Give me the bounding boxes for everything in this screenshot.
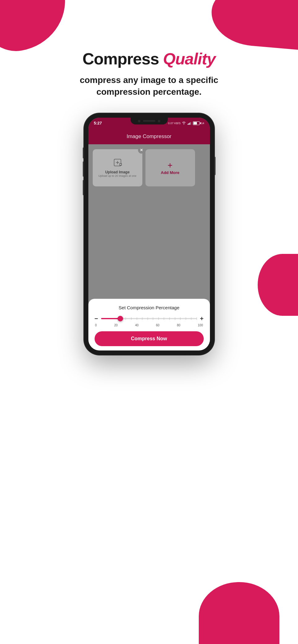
svg-rect-8 xyxy=(189,123,189,125)
status-time: 5:27 xyxy=(94,121,102,125)
slider-labels: 0 20 40 60 80 100 xyxy=(95,324,204,327)
upload-icon xyxy=(113,158,122,169)
phone-notch xyxy=(131,118,168,124)
slider-track xyxy=(101,318,197,319)
volume-up-button xyxy=(83,161,84,177)
slider-minus-icon[interactable]: − xyxy=(95,315,98,322)
add-more-plus-icon: + xyxy=(167,160,172,170)
page-content: Compress Quality compress any image to a… xyxy=(0,0,298,355)
volume-down-button xyxy=(83,180,84,195)
network-speed: 0.07 KB/S xyxy=(168,122,181,125)
status-icons: 0.07 KB/S xyxy=(168,121,204,125)
upload-card[interactable]: ✕ Upload xyxy=(93,149,142,186)
title-plain: Compress xyxy=(82,50,159,68)
slider-plus-icon[interactable]: + xyxy=(200,315,204,322)
close-badge[interactable]: ✕ xyxy=(138,147,145,154)
page-subtitle: compress any image to a specific compres… xyxy=(53,74,245,98)
app-bar: Image Compressor xyxy=(88,129,210,144)
camera-dot xyxy=(138,120,140,122)
blob-bottom-right xyxy=(199,582,279,644)
slider-track-container[interactable] xyxy=(101,315,197,322)
page-title: Compress Quality xyxy=(82,50,216,68)
power-button xyxy=(214,157,216,175)
upload-label: Upload Image xyxy=(105,170,130,174)
svg-rect-7 xyxy=(188,124,188,125)
signal-icon xyxy=(187,122,192,125)
slider-label-40: 40 xyxy=(135,324,139,327)
phone-outer: 5:27 0.07 KB/S xyxy=(84,113,214,355)
screen-body: ✕ Upload xyxy=(88,144,210,350)
slider-label-60: 60 xyxy=(156,324,159,327)
sheet-title: Set Compression Percentage xyxy=(95,305,204,310)
battery-icon xyxy=(193,121,200,125)
battery-level: 14 xyxy=(201,122,204,125)
upload-row: ✕ Upload xyxy=(88,144,210,189)
mute-button xyxy=(83,147,84,159)
slider-ticks xyxy=(120,318,197,319)
slider-row: − xyxy=(95,315,204,322)
upload-sublabel: Upload up to 20 images at one xyxy=(96,174,138,177)
slider-label-80: 80 xyxy=(177,324,180,327)
svg-rect-10 xyxy=(190,122,191,125)
phone-screen: 5:27 0.07 KB/S xyxy=(88,118,210,350)
slider-thumb[interactable] xyxy=(118,316,123,321)
slider-label-100: 100 xyxy=(198,324,203,327)
slider-label-0: 0 xyxy=(95,324,97,327)
battery-fill xyxy=(193,122,197,124)
svg-rect-9 xyxy=(189,123,190,125)
title-accent: Quality xyxy=(163,50,216,68)
speaker-grille xyxy=(143,120,155,122)
phone-mockup: 5:27 0.07 KB/S xyxy=(84,113,214,355)
compress-now-button[interactable]: Compress Now xyxy=(95,331,204,346)
app-bar-title: Image Compressor xyxy=(127,133,171,140)
bottom-sheet: Set Compression Percentage − xyxy=(88,299,210,350)
add-more-label: Add More xyxy=(161,170,180,175)
sensor-dot xyxy=(158,120,160,122)
slider-label-20: 20 xyxy=(114,324,118,327)
wifi-icon xyxy=(182,122,186,125)
compress-btn-label: Compress Now xyxy=(131,336,167,342)
add-more-card[interactable]: + Add More xyxy=(145,149,195,186)
